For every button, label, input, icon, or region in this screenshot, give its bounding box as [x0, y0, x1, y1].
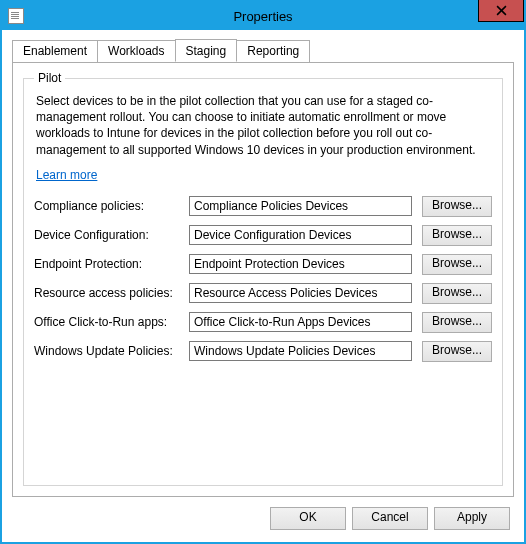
tab-reporting[interactable]: Reporting — [236, 40, 310, 63]
tab-strip: Enablement Workloads Staging Reporting — [12, 40, 514, 63]
tab-enablement[interactable]: Enablement — [12, 40, 98, 63]
pilot-rows: Compliance policies: Compliance Policies… — [34, 196, 492, 362]
apply-button[interactable]: Apply — [434, 507, 510, 530]
tab-staging[interactable]: Staging — [175, 39, 238, 62]
field-windows-update-policies[interactable]: Windows Update Policies Devices — [189, 341, 412, 361]
learn-more-link[interactable]: Learn more — [36, 168, 97, 182]
field-device-configuration[interactable]: Device Configuration Devices — [189, 225, 412, 245]
browse-office-click-to-run[interactable]: Browse... — [422, 312, 492, 333]
browse-compliance-policies[interactable]: Browse... — [422, 196, 492, 217]
browse-endpoint-protection[interactable]: Browse... — [422, 254, 492, 275]
field-resource-access-policies[interactable]: Resource Access Policies Devices — [189, 283, 412, 303]
ok-button[interactable]: OK — [270, 507, 346, 530]
close-icon — [496, 5, 507, 16]
label-windows-update-policies: Windows Update Policies: — [34, 344, 189, 358]
label-endpoint-protection: Endpoint Protection: — [34, 257, 189, 271]
window-title: Properties — [2, 9, 524, 24]
properties-window: Properties Enablement Workloads Staging … — [0, 0, 526, 544]
row-endpoint-protection: Endpoint Protection: Endpoint Protection… — [34, 254, 492, 275]
pilot-legend: Pilot — [34, 71, 65, 85]
client-area: Enablement Workloads Staging Reporting P… — [2, 30, 524, 542]
tab-workloads[interactable]: Workloads — [97, 40, 175, 63]
row-device-configuration: Device Configuration: Device Configurati… — [34, 225, 492, 246]
browse-resource-access-policies[interactable]: Browse... — [422, 283, 492, 304]
row-compliance-policies: Compliance policies: Compliance Policies… — [34, 196, 492, 217]
browse-windows-update-policies[interactable]: Browse... — [422, 341, 492, 362]
dialog-footer: OK Cancel Apply — [12, 497, 514, 534]
row-windows-update-policies: Windows Update Policies: Windows Update … — [34, 341, 492, 362]
row-office-click-to-run: Office Click-to-Run apps: Office Click-t… — [34, 312, 492, 333]
row-resource-access-policies: Resource access policies: Resource Acces… — [34, 283, 492, 304]
titlebar: Properties — [2, 2, 524, 30]
tab-panel-staging: Pilot Select devices to be in the pilot … — [12, 62, 514, 497]
label-office-click-to-run: Office Click-to-Run apps: — [34, 315, 189, 329]
label-resource-access-policies: Resource access policies: — [34, 286, 189, 300]
label-device-configuration: Device Configuration: — [34, 228, 189, 242]
close-button[interactable] — [478, 0, 524, 22]
pilot-group: Pilot Select devices to be in the pilot … — [23, 71, 503, 486]
browse-device-configuration[interactable]: Browse... — [422, 225, 492, 246]
cancel-button[interactable]: Cancel — [352, 507, 428, 530]
field-compliance-policies[interactable]: Compliance Policies Devices — [189, 196, 412, 216]
field-office-click-to-run[interactable]: Office Click-to-Run Apps Devices — [189, 312, 412, 332]
field-endpoint-protection[interactable]: Endpoint Protection Devices — [189, 254, 412, 274]
pilot-description: Select devices to be in the pilot collec… — [36, 93, 490, 158]
label-compliance-policies: Compliance policies: — [34, 199, 189, 213]
